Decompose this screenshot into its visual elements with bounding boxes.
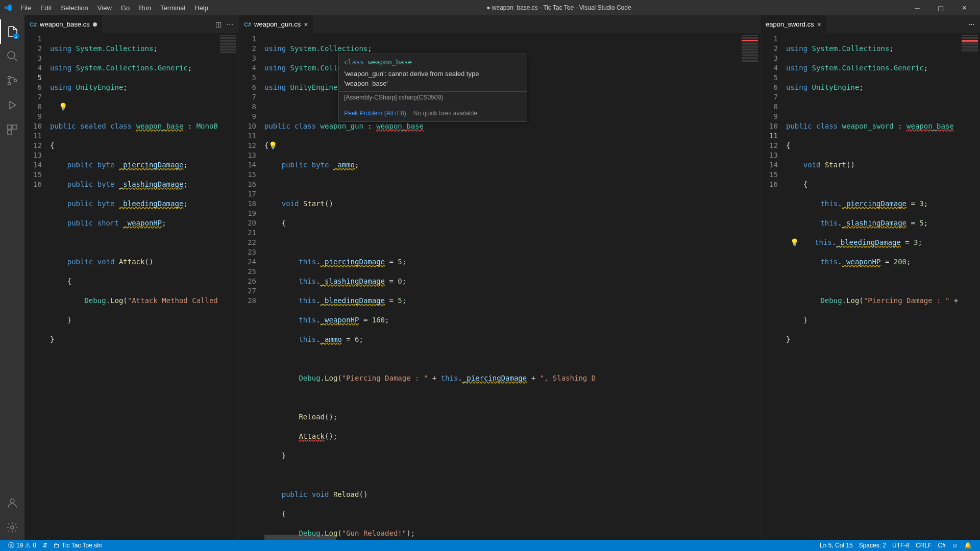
cursor-position[interactable]: Ln 5, Col 15 xyxy=(817,542,856,549)
tab-bar-left: C# weapon_base.cs ◫ ⋯ xyxy=(24,15,238,33)
svg-rect-8 xyxy=(8,130,12,134)
tab-label: weapon_base.cs xyxy=(40,20,90,28)
problems-status[interactable]: ⓧ19 ⚠0 xyxy=(5,540,39,551)
svg-point-3 xyxy=(8,83,11,85)
error-hover-popup: class weapon_base 'weapon_gun': cannot d… xyxy=(338,54,527,122)
source-control-icon[interactable] xyxy=(0,68,24,93)
menu-help[interactable]: Help xyxy=(190,2,212,14)
tab-weapon-base[interactable]: C# weapon_base.cs xyxy=(24,15,103,33)
svg-point-0 xyxy=(8,52,15,59)
folder-icon: 🗀 xyxy=(54,542,60,549)
explorer-icon[interactable]: 1 xyxy=(0,19,24,44)
tab-weapon-gun[interactable]: C# weapon_gun.cs × xyxy=(239,15,313,33)
explorer-badge: 1 xyxy=(13,34,19,39)
menu-edit[interactable]: Edit xyxy=(36,2,56,14)
csharp-file-icon: C# xyxy=(30,21,37,28)
titlebar: File Edit Selection View Go Run Terminal… xyxy=(0,0,980,15)
no-quick-fix-label: No quick fixes available xyxy=(413,109,477,118)
maximize-button[interactable]: ▢ xyxy=(929,0,952,15)
error-count-icon: ⓧ xyxy=(8,541,14,550)
close-button[interactable]: ✕ xyxy=(952,0,976,15)
svg-point-4 xyxy=(14,80,17,82)
close-tab-icon[interactable]: × xyxy=(304,20,308,29)
search-icon[interactable] xyxy=(0,44,24,68)
line-gutter: 1234 5678 9101112 13141516 17181920 2122… xyxy=(239,33,264,540)
run-debug-icon[interactable] xyxy=(0,93,24,117)
feedback-icon[interactable]: ☺ xyxy=(949,542,961,549)
lightbulb-icon[interactable]: 💡 xyxy=(59,102,66,112)
indentation-status[interactable]: Spaces: 2 xyxy=(856,542,889,549)
tab-label: eapon_sword.cs xyxy=(766,20,814,28)
warning-count-icon: ⚠ xyxy=(25,542,31,549)
lightbulb-icon[interactable]: 💡 xyxy=(268,141,276,151)
code-content[interactable]: using System.Collections; using System.C… xyxy=(50,33,218,540)
dirty-indicator-icon xyxy=(93,22,97,27)
tab-label: weapon_gun.cs xyxy=(254,20,301,28)
split-editor-icon[interactable]: ◫ xyxy=(215,20,222,28)
menu-file[interactable]: File xyxy=(16,2,35,14)
menu-view[interactable]: View xyxy=(93,2,116,14)
language-mode[interactable]: C# xyxy=(935,542,948,549)
tab-bar-right: eapon_sword.cs × ⋯ xyxy=(761,15,980,33)
svg-rect-7 xyxy=(13,125,17,129)
line-gutter: 1234 5678 9101112 13141516 xyxy=(24,33,50,540)
more-actions-icon[interactable]: ⋯ xyxy=(968,20,975,28)
svg-point-2 xyxy=(8,77,11,79)
menu-terminal[interactable]: Terminal xyxy=(156,2,189,14)
accounts-icon[interactable] xyxy=(0,491,24,515)
horizontal-scrollbar[interactable] xyxy=(264,535,336,540)
vscode-logo-icon xyxy=(4,4,12,12)
menu-bar: File Edit Selection View Go Run Terminal… xyxy=(16,2,212,14)
minimize-button[interactable]: ─ xyxy=(905,0,929,15)
svg-line-1 xyxy=(14,58,17,61)
lightbulb-icon[interactable]: 💡 xyxy=(790,238,797,247)
minimap[interactable] xyxy=(740,33,760,540)
minimap[interactable] xyxy=(960,33,980,540)
menu-selection[interactable]: Selection xyxy=(57,2,92,14)
csharp-file-icon: C# xyxy=(244,21,251,28)
notifications-icon[interactable]: 🔔 xyxy=(961,542,975,549)
encoding-status[interactable]: UTF-8 xyxy=(889,542,913,549)
settings-gear-icon[interactable] xyxy=(0,515,24,540)
close-tab-icon[interactable]: × xyxy=(817,20,821,29)
menu-run[interactable]: Run xyxy=(135,2,155,14)
menu-go[interactable]: Go xyxy=(117,2,134,14)
svg-marker-5 xyxy=(10,102,16,109)
tab-weapon-sword[interactable]: eapon_sword.cs × xyxy=(761,15,827,33)
code-content[interactable]: using System.Collections; using System.C… xyxy=(786,33,960,540)
live-share-icon[interactable]: ⇵ xyxy=(39,540,51,551)
extensions-icon[interactable] xyxy=(0,117,24,142)
svg-rect-6 xyxy=(8,125,12,129)
more-actions-icon[interactable]: ⋯ xyxy=(227,20,233,28)
solution-status[interactable]: 🗀Tic Tac Toe.sln xyxy=(51,540,105,551)
statusbar: ⓧ19 ⚠0 ⇵ 🗀Tic Tac Toe.sln Ln 5, Col 15 S… xyxy=(0,540,980,551)
svg-point-10 xyxy=(11,526,14,529)
eol-status[interactable]: CRLF xyxy=(913,542,935,549)
minimap[interactable] xyxy=(218,33,238,540)
activity-bar: 1 xyxy=(0,15,24,540)
window-title: ● weapon_base.cs - Tic Tac Toe - Visual … xyxy=(212,4,905,11)
svg-point-9 xyxy=(10,499,14,503)
error-message: 'weapon_gun': cannot derive from sealed … xyxy=(339,68,527,92)
peek-problem-link[interactable]: Peek Problem (Alt+F8) xyxy=(344,109,406,118)
tab-bar-middle: C# weapon_gun.cs × xyxy=(239,15,760,33)
line-gutter: 1234 5678 9101112 13141516 xyxy=(761,33,786,540)
